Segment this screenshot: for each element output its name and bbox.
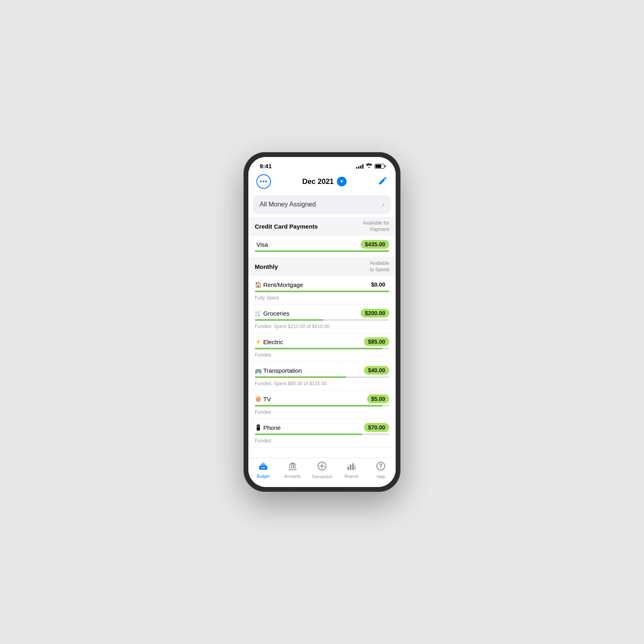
- tab-reports[interactable]: Reports: [339, 462, 363, 479]
- svg-point-10: [380, 468, 381, 469]
- progress-bar-monthly-2: [255, 348, 389, 349]
- section-header-monthly: Monthly Availableto Spend: [248, 257, 396, 276]
- current-month: Dec 2021: [302, 178, 334, 186]
- budget-row-monthly-0[interactable]: 🏠 Rent/Mortgage $0.00 Fully Spent: [248, 276, 396, 305]
- row-status-monthly-2: Funded: [255, 352, 271, 358]
- row-name-monthly-5: 📱 Phone: [255, 424, 281, 431]
- row-emoji-monthly-2: ⚡: [255, 339, 262, 345]
- svg-rect-5: [347, 466, 349, 470]
- progress-bar-monthly-3: [255, 376, 389, 378]
- row-name-monthly-2: ⚡ Electric: [255, 339, 283, 345]
- budget-icon: [258, 462, 268, 473]
- tab-accounts-label: Accounts: [284, 474, 301, 479]
- progress-bar-monthly-0: [255, 291, 389, 292]
- row-amount-monthly-5: $70.00: [364, 423, 389, 432]
- row-status-monthly-0: Fully Spent: [255, 295, 279, 301]
- tab-budget[interactable]: Budget: [251, 462, 275, 479]
- tab-transaction[interactable]: Transaction: [310, 461, 334, 479]
- transaction-icon: [317, 461, 327, 473]
- progress-bar-monthly-5: [255, 433, 389, 435]
- phone-screen: 9:41 •••: [248, 157, 396, 487]
- section-subtitle-monthly: Availableto Spend: [370, 260, 389, 273]
- row-emoji-monthly-1: 🛒: [255, 310, 262, 316]
- budget-sections: Credit Card Payments Available forPaymen…: [248, 217, 396, 448]
- row-name-monthly-1: 🛒 Groceries: [255, 310, 289, 317]
- row-name-monthly-3: 🚌 Transportation: [255, 367, 302, 374]
- section-title-credit-card: Credit Card Payments: [255, 223, 318, 230]
- row-status-monthly-4: Funded: [255, 409, 271, 415]
- row-status-monthly-3: Funded. Spent $85.00 of $125.00: [255, 381, 327, 386]
- tab-help-label: Help: [377, 475, 385, 479]
- row-status-monthly-1: Funded. Spent $210.00 of $410.00: [255, 324, 330, 329]
- banner-chevron-icon: ›: [382, 201, 384, 208]
- accounts-icon: [288, 462, 297, 473]
- row-emoji-monthly-3: 🚌: [255, 367, 262, 374]
- svg-rect-6: [350, 464, 351, 470]
- row-amount-monthly-1: $200.00: [361, 309, 389, 318]
- tab-bar: Budget Accounts Transaction: [248, 458, 396, 487]
- row-status-monthly-5: Funded: [255, 438, 271, 444]
- svg-rect-7: [352, 463, 354, 470]
- help-icon: [376, 461, 386, 473]
- svg-rect-2: [262, 462, 264, 464]
- section-subtitle-credit-card: Available forPayment: [363, 220, 389, 233]
- budget-row-credit-card-0[interactable]: Visa $435.00: [248, 236, 396, 257]
- row-emoji-monthly-4: 🍿: [255, 396, 262, 402]
- row-name-credit-card-0: Visa: [255, 241, 268, 248]
- row-name-monthly-0: 🏠 Rent/Mortgage: [255, 281, 303, 288]
- menu-button[interactable]: •••: [256, 174, 271, 189]
- row-amount-credit-card-0: $435.00: [361, 240, 389, 249]
- progress-bar-monthly-4: [255, 405, 389, 407]
- section-header-credit-card: Credit Card Payments Available forPaymen…: [248, 217, 396, 236]
- money-assigned-banner[interactable]: All Money Assigned ›: [253, 195, 391, 214]
- progress-bar-monthly-1: [255, 319, 389, 321]
- row-amount-monthly-3: $40.00: [364, 366, 389, 375]
- wifi-icon: [366, 163, 372, 169]
- money-assigned-text: All Money Assigned: [260, 201, 316, 208]
- budget-row-monthly-5[interactable]: 📱 Phone $70.00 Funded: [248, 419, 396, 448]
- reports-icon: [347, 462, 356, 473]
- budget-row-monthly-1[interactable]: 🛒 Groceries $200.00 Funded. Spent $210.0…: [248, 305, 396, 333]
- tab-accounts[interactable]: Accounts: [281, 462, 305, 479]
- edit-button[interactable]: [378, 176, 388, 187]
- row-emoji-monthly-0: 🏠: [255, 281, 262, 288]
- row-amount-monthly-0: $0.00: [367, 280, 389, 289]
- signal-icon: [356, 164, 363, 169]
- content-scroll[interactable]: All Money Assigned › Credit Card Payment…: [248, 194, 396, 458]
- progress-bar-credit-card-0: [255, 250, 389, 252]
- status-time: 9:41: [260, 163, 272, 169]
- status-bar: 9:41: [248, 157, 396, 171]
- row-amount-monthly-2: $85.00: [364, 337, 389, 346]
- tab-reports-label: Reports: [345, 474, 359, 479]
- tab-transaction-label: Transaction: [312, 475, 332, 479]
- section-title-monthly: Monthly: [255, 263, 278, 270]
- tab-budget-label: Budget: [257, 474, 270, 479]
- budget-row-monthly-4[interactable]: 🍿 TV $5.00 Funded: [248, 390, 396, 419]
- header: ••• Dec 2021 ▼: [248, 171, 396, 194]
- dots-icon: •••: [260, 178, 268, 185]
- svg-rect-3: [261, 467, 265, 468]
- budget-row-monthly-2[interactable]: ⚡ Electric $85.00 Funded: [248, 333, 396, 362]
- status-icons: [356, 163, 384, 169]
- budget-row-monthly-3[interactable]: 🚌 Transportation $40.00 Funded. Spent $8…: [248, 362, 396, 390]
- tab-help[interactable]: Help: [369, 461, 393, 479]
- month-chevron-icon: ▼: [337, 177, 347, 186]
- battery-icon: [375, 164, 384, 169]
- month-selector[interactable]: Dec 2021 ▼: [302, 177, 347, 186]
- svg-rect-8: [355, 465, 355, 470]
- row-amount-monthly-4: $5.00: [367, 394, 389, 403]
- phone-frame: 9:41 •••: [244, 152, 400, 492]
- row-emoji-monthly-5: 📱: [255, 424, 262, 431]
- row-name-monthly-4: 🍿 TV: [255, 396, 271, 402]
